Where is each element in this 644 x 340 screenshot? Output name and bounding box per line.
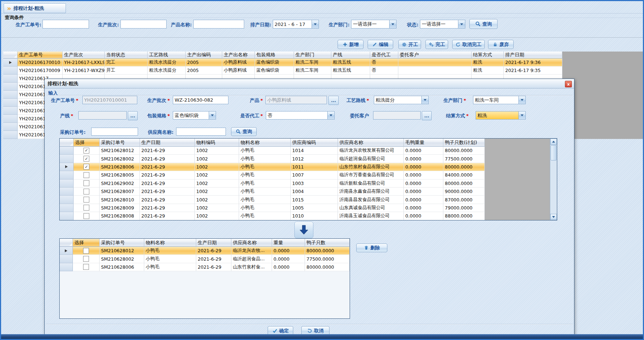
chevron-down-icon[interactable] [458, 20, 465, 28]
row-selector[interactable] [3, 115, 18, 123]
column-header[interactable]: 主产出名称 [222, 52, 255, 58]
row-checkbox[interactable] [83, 256, 89, 262]
column-header[interactable]: 委托客户 [398, 52, 472, 58]
column-header[interactable]: 主产出编码 [186, 52, 222, 58]
discard-button[interactable]: 废弃 [488, 40, 514, 49]
row-checkbox[interactable] [83, 197, 89, 203]
vertical-scrollbar[interactable] [550, 139, 557, 220]
supplier-search-input[interactable] [176, 128, 226, 136]
chevron-down-icon[interactable] [209, 112, 216, 119]
row-selector[interactable] [3, 91, 18, 99]
product-input[interactable] [265, 96, 327, 104]
chevron-down-icon[interactable] [312, 20, 319, 28]
chevron-down-icon[interactable] [327, 112, 334, 119]
row-selector[interactable] [60, 204, 74, 212]
column-header[interactable]: 选择 [73, 239, 100, 247]
table-row[interactable]: YH202106170009YH-210617-WXZ928开工粗洗水洗提分20… [3, 67, 562, 75]
row-selector[interactable] [3, 131, 18, 139]
client-input[interactable] [373, 111, 421, 120]
move-down-button[interactable] [294, 222, 313, 238]
column-header[interactable]: 供应商名称 [338, 139, 404, 147]
chevron-down-icon[interactable] [389, 20, 396, 28]
column-header[interactable]: 采购订单号 [100, 239, 144, 247]
column-header[interactable]: 产线 [331, 52, 370, 58]
select-all-header[interactable] [60, 139, 74, 147]
column-header[interactable]: 生产日期 [140, 139, 195, 147]
cancel-finish-button[interactable]: 取消完工 [452, 40, 485, 49]
column-header[interactable]: 当前状态 [105, 52, 148, 58]
column-header[interactable]: 生产批次 [63, 52, 105, 58]
row-selector[interactable] [60, 263, 73, 271]
dialog-title-bar[interactable]: 排程计划-粗洗 [45, 79, 574, 88]
packing-select[interactable]: 蓝色编织袋 [173, 111, 216, 120]
outsourced-select[interactable]: 否 [266, 111, 335, 120]
row-selector[interactable] [60, 147, 74, 155]
row-selector[interactable] [3, 67, 18, 75]
table-row[interactable]: SM2106280102021-6-291002小鸭毛1015沂南县昌发食品有限… [60, 196, 485, 204]
column-header[interactable]: 鸭子只数(计划) [443, 139, 485, 147]
row-checkbox[interactable] [83, 180, 89, 186]
column-header[interactable]: 排产日期 [504, 52, 562, 58]
status-select[interactable]: 一请选择一 [420, 20, 465, 29]
row-selector[interactable] [60, 212, 74, 220]
table-row[interactable]: SM2106290022021-6-291002小鸭毛1003临沂新航食品有限公… [60, 180, 485, 188]
route-select[interactable]: 粗洗提分 [374, 96, 429, 104]
scroll-down-button[interactable] [550, 214, 557, 220]
row-selector[interactable] [60, 163, 74, 171]
department-select[interactable]: 一请选择一 [351, 20, 397, 29]
column-header[interactable]: 生产工单号 [18, 52, 63, 58]
table-row[interactable]: SM2106280082021-6-291002小鸭毛1010沂南县玉诚食品有限… [60, 212, 485, 220]
row-checkbox[interactable]: ✓ [83, 156, 89, 162]
row-selector[interactable] [3, 123, 18, 131]
row-selector[interactable] [60, 247, 73, 255]
column-header[interactable]: 工艺路线 [148, 52, 186, 58]
table-row[interactable]: SM2106280072021-6-291002小鸭毛1004沂南县永鑫食品有限… [60, 188, 485, 196]
table-row[interactable]: SM2106280092021-6-291002小鸭毛1005山东真诚食品有限公… [60, 204, 485, 212]
delete-button[interactable]: 删除 [356, 243, 387, 252]
column-header[interactable]: 生产日期 [196, 239, 231, 247]
column-header[interactable]: 是否代工 [370, 52, 398, 58]
line-input[interactable] [78, 111, 127, 120]
batch-no-input[interactable] [173, 96, 228, 104]
batch-input[interactable] [120, 20, 167, 29]
work-order-input[interactable] [82, 96, 137, 104]
table-row[interactable]: YH202106170010YH-210617-LXXL931完工粗洗水洗提分2… [3, 58, 562, 67]
finish-work-button[interactable]: 完工 [425, 40, 448, 49]
table-row[interactable]: SM210628012小鸭毛2021-6-29临沂龙兴农牧...0.000080… [60, 247, 350, 255]
chevron-down-icon[interactable] [518, 96, 525, 104]
table-row[interactable]: SM210628002小鸭毛2021-6-29临沂超润食品...0.000077… [60, 255, 350, 263]
close-icon[interactable]: x [565, 81, 572, 87]
row-checkbox[interactable] [83, 213, 89, 219]
row-selector[interactable] [3, 75, 18, 83]
product-lookup-button[interactable]: ... [328, 96, 339, 105]
column-header[interactable]: 供应商名称 [231, 239, 272, 247]
row-checkbox[interactable] [83, 248, 89, 254]
row-selector[interactable] [60, 171, 74, 179]
table-row[interactable]: ✓SM2106280022021-6-291002小鸭毛1012临沂超润食品有限… [60, 155, 485, 163]
column-header[interactable]: 选择 [74, 139, 100, 147]
row-selector[interactable] [60, 155, 74, 163]
window-tab[interactable]: » 排程计划-粗洗 [4, 3, 66, 13]
row-selector[interactable] [3, 99, 18, 107]
scroll-up-button[interactable] [550, 139, 557, 145]
column-header[interactable]: 物料名称 [144, 239, 196, 247]
search-button[interactable]: 查询 [469, 19, 498, 29]
dialog-department-select[interactable]: 粗洗一车间 [473, 96, 526, 104]
select-all-header[interactable] [60, 239, 73, 247]
po-search-input[interactable] [91, 128, 138, 136]
column-header[interactable]: 重量 [272, 239, 305, 247]
table-row[interactable]: ✓SM2106280122021-6-291002小鸭毛1014临沂龙兴农牧发展… [60, 147, 485, 155]
chevron-down-icon[interactable] [518, 112, 525, 119]
row-selector[interactable] [60, 196, 74, 204]
select-all-header[interactable] [3, 52, 18, 58]
table-row[interactable]: SM2106280052021-6-291002小鸭毛1007临沂市万香斋食品有… [60, 171, 485, 179]
column-header[interactable]: 物料名称 [239, 139, 291, 147]
row-checkbox[interactable] [83, 172, 89, 178]
column-header[interactable]: 采购订单号 [100, 139, 140, 147]
row-selector[interactable] [60, 180, 74, 188]
column-header[interactable]: 鸭子只数 [305, 239, 350, 247]
client-lookup-button[interactable]: ... [422, 111, 432, 120]
edit-button[interactable]: 编辑 [368, 40, 393, 49]
add-button[interactable]: 新增 [338, 40, 364, 49]
table-row[interactable]: SM210628006小鸭毛2021-6-29山东竹泉村食...0.000080… [60, 263, 350, 271]
